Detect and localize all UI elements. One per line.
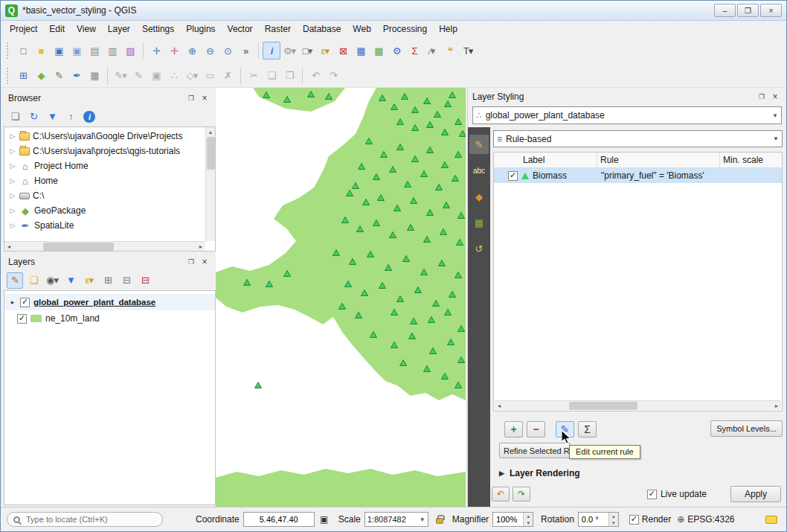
new-layout-button[interactable]: ▤ [86,42,103,60]
open-styling-panel-button[interactable]: ✎ [7,272,23,289]
zoom-in-button[interactable]: ⊕ [183,42,201,60]
run-feature-action-button[interactable]: ⚙▾ [280,42,298,60]
scroll-right-icon[interactable]: ► [196,242,205,251]
menu-project[interactable]: Project [4,22,43,36]
scrollbar-thumb[interactable] [207,137,215,170]
open-project-button[interactable]: ■ [32,42,50,60]
column-header-min-scale[interactable]: Min. scale [720,153,782,167]
filter-browser-button[interactable]: ▼ [44,109,60,125]
styling-layer-select[interactable]: ∴ global_power_plant_database ▼ [472,106,782,124]
text-annotation-button[interactable]: T▾ [459,42,477,60]
menu-layer[interactable]: Layer [102,22,136,36]
undo-button[interactable]: ↶ [306,67,324,85]
statistical-summary-button[interactable]: ▩ [370,42,388,60]
close-panel-button[interactable]: × [768,91,782,102]
statistics-panel-button[interactable]: Σ [405,42,423,60]
expander-icon[interactable]: ▷ [9,177,16,185]
apply-button[interactable]: Apply [730,486,781,502]
style-undo-button[interactable]: ↶ [492,487,510,501]
magnifier-spinner[interactable]: ▲▼ [492,512,533,527]
processing-toolbox-button[interactable]: ⚙ [388,42,405,60]
deselect-features-button[interactable]: ⊠ [334,42,352,60]
browser-vertical-scrollbar[interactable]: ▲ [205,127,215,241]
scroll-left-icon[interactable]: ◄ [4,242,13,251]
layer-rendering-section[interactable]: ▶ Layer Rendering [499,468,580,478]
expander-icon[interactable]: ▷ [9,222,16,229]
live-update-checkbox[interactable] [647,490,657,499]
layout-manager-button[interactable]: ▥ [103,42,121,60]
data-source-manager-button[interactable]: ⊞ [14,67,32,85]
save-project-button[interactable]: ▣ [50,42,68,60]
paste-features-button[interactable]: ❐ [280,67,298,85]
browser-horizontal-scrollbar[interactable]: ◄ ► [4,241,205,251]
float-panel-button[interactable]: ❐ [184,256,198,267]
column-header-rule[interactable]: Rule [597,153,720,167]
browser-item-drive-folder-2[interactable]: ▷ C:\Users\ujaval\projects\qgis-tutorial… [4,144,205,158]
layer-row-global-power-plant[interactable]: ▸ global_power_plant_database [4,294,215,310]
menu-view[interactable]: View [71,22,102,36]
close-panel-button[interactable]: × [198,256,211,267]
browser-item-c-drive[interactable]: ▷ C:\ [4,188,205,203]
add-selected-layers-button[interactable]: ❏ [7,109,23,125]
add-rule-button[interactable]: + [504,421,523,438]
menu-help[interactable]: Help [433,22,463,36]
zoom-full-button[interactable]: ⊙ [219,42,237,60]
measure-button[interactable]: ∕▾ [423,42,441,60]
browser-item-project-home[interactable]: ▷ ⌂ Project Home [4,158,205,173]
spin-up-icon[interactable]: ▲ [609,513,618,519]
tab-symbology[interactable]: ✎ [469,135,489,154]
remove-rule-button[interactable]: − [527,421,545,438]
filter-legend-button[interactable]: ▼ [62,272,79,289]
scroll-up-icon[interactable]: ▲ [206,127,215,136]
expander-icon[interactable]: ▷ [9,162,16,170]
pan-map-button[interactable]: ✛ [147,42,165,60]
scrollbar-thumb[interactable] [43,243,114,251]
expander-icon[interactable]: ▷ [9,147,16,155]
float-panel-button[interactable]: ❐ [755,91,768,102]
new-geopackage-layer-button[interactable]: ◆ [32,67,50,85]
toolbar-overflow-button[interactable]: » [237,42,254,60]
add-feature-button[interactable]: ∴ [165,67,183,85]
scroll-left-icon[interactable]: ◄ [495,401,504,410]
render-checkbox[interactable] [629,515,639,525]
spin-up-icon[interactable]: ▲ [524,513,533,519]
minimize-button[interactable]: – [714,4,736,17]
crs-status[interactable]: EPSG:4326 [687,514,734,525]
pan-to-selection-button[interactable]: ✛ [165,42,183,60]
maximize-button[interactable]: ❐ [737,4,759,17]
close-panel-button[interactable]: × [198,92,211,103]
remove-layer-button[interactable]: ⊟ [137,272,153,289]
save-project-as-button[interactable]: ▣ [68,42,86,60]
menu-database[interactable]: Database [297,22,347,36]
toolbar-grip[interactable] [7,68,11,84]
style-redo-button[interactable]: ↷ [513,487,530,501]
menu-vector[interactable]: Vector [222,22,259,36]
menu-edit[interactable]: Edit [43,22,71,36]
redo-button[interactable]: ↷ [324,67,342,85]
copy-features-button[interactable]: ❏ [263,67,280,85]
select-by-expression-button[interactable]: ε▾ [316,42,334,60]
tab-labels[interactable]: abc [469,161,489,180]
coordinate-input[interactable] [243,512,315,527]
attribute-table-button[interactable]: ▦ [352,42,370,60]
current-edits-button[interactable]: ✎▾ [112,67,129,85]
expander-icon[interactable]: ▷ [9,132,16,140]
layer-visibility-checkbox[interactable] [17,314,27,324]
rotation-input[interactable] [579,513,608,526]
toolbar-grip[interactable] [7,42,11,59]
expander-icon[interactable]: ▸ [9,298,16,306]
add-group-button[interactable]: ❏ [25,272,42,289]
rotation-spinner[interactable]: ▲▼ [578,512,619,527]
close-button[interactable]: × [760,4,782,17]
identify-features-button[interactable]: i [263,42,280,60]
rules-horizontal-scrollbar[interactable]: ◄ ► [495,400,781,410]
new-spatialite-layer-button[interactable]: ✒ [68,67,86,85]
collapse-all-button[interactable]: ⊟ [118,272,135,289]
rule-row-biomass[interactable]: Biomass "primary_fuel" = 'Biomass' [494,168,782,183]
delete-selected-button[interactable]: ✗ [219,67,237,85]
layer-label[interactable]: ne_10m_land [45,313,100,324]
scale-select[interactable]: 1:8087482 ▼ [364,512,428,527]
cut-features-button[interactable]: ✂ [245,67,263,85]
menu-raster[interactable]: Raster [259,22,297,36]
float-panel-button[interactable]: ❐ [184,92,198,103]
